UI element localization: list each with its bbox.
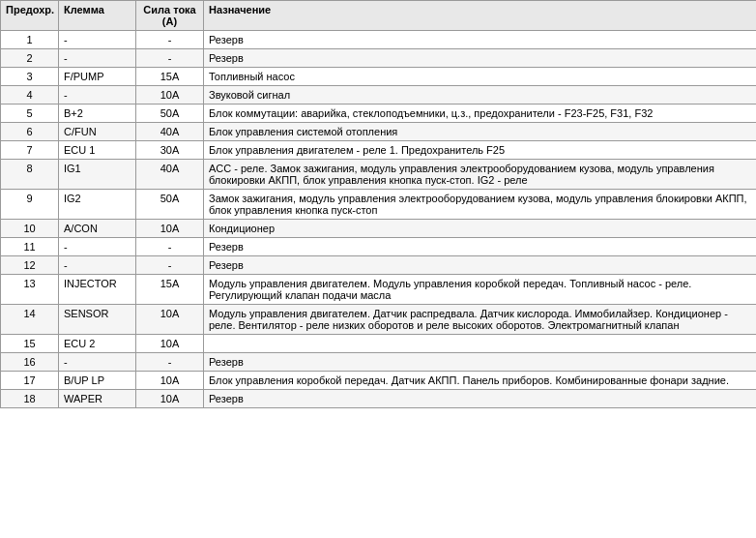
header-purpose: Назначение bbox=[204, 1, 757, 31]
cell-amp: 10A bbox=[136, 335, 204, 353]
cell-purpose: Блок управления системой отопления bbox=[204, 123, 757, 141]
cell-terminal: B/UP LP bbox=[59, 372, 136, 390]
cell-amp: 50A bbox=[136, 105, 204, 123]
cell-terminal: IG1 bbox=[59, 160, 136, 190]
cell-purpose: Звуковой сигнал bbox=[204, 86, 757, 105]
cell-purpose: Резерв bbox=[204, 353, 757, 372]
cell-purpose bbox=[204, 335, 757, 353]
cell-fuse-num: 5 bbox=[1, 105, 59, 123]
cell-terminal: IG2 bbox=[59, 190, 136, 220]
cell-fuse-num: 10 bbox=[1, 220, 59, 238]
cell-purpose: Резерв bbox=[204, 256, 757, 275]
cell-fuse-num: 3 bbox=[1, 68, 59, 86]
cell-purpose: Топливный насос bbox=[204, 68, 757, 86]
header-fuse: Предохр. bbox=[1, 1, 59, 31]
header-terminal: Клемма bbox=[59, 1, 136, 31]
table-row: 12--Резерв bbox=[1, 256, 757, 275]
cell-terminal: C/FUN bbox=[59, 123, 136, 141]
cell-amp: - bbox=[136, 49, 204, 68]
table-row: 3F/PUMP15AТопливный насос bbox=[1, 68, 757, 86]
cell-purpose: Резерв bbox=[204, 390, 757, 408]
cell-purpose: Резерв bbox=[204, 238, 757, 256]
cell-fuse-num: 13 bbox=[1, 275, 59, 305]
cell-terminal: A/CON bbox=[59, 220, 136, 238]
cell-purpose: Замок зажигания, модуль управления элект… bbox=[204, 190, 757, 220]
table-row: 14SENSOR10AМодуль управления двигателем.… bbox=[1, 305, 757, 335]
table-row: 6C/FUN40AБлок управления системой отопле… bbox=[1, 123, 757, 141]
cell-terminal: ECU 2 bbox=[59, 335, 136, 353]
cell-terminal: B+2 bbox=[59, 105, 136, 123]
cell-amp: 10A bbox=[136, 220, 204, 238]
cell-amp: 10A bbox=[136, 372, 204, 390]
cell-terminal: - bbox=[59, 49, 136, 68]
cell-amp: 30A bbox=[136, 141, 204, 160]
cell-purpose: Кондиционер bbox=[204, 220, 757, 238]
header-amp: Сила тока (А) bbox=[136, 1, 204, 31]
cell-fuse-num: 8 bbox=[1, 160, 59, 190]
cell-amp: 15A bbox=[136, 275, 204, 305]
cell-amp: 50A bbox=[136, 190, 204, 220]
cell-purpose: Модуль управления двигателем. Датчик рас… bbox=[204, 305, 757, 335]
table-row: 8IG140AACC - реле. Замок зажигания, моду… bbox=[1, 160, 757, 190]
cell-purpose: Блок коммутации: аварийка, стеклоподъемн… bbox=[204, 105, 757, 123]
cell-amp: - bbox=[136, 256, 204, 275]
cell-purpose: Резерв bbox=[204, 49, 757, 68]
cell-terminal: - bbox=[59, 238, 136, 256]
cell-fuse-num: 12 bbox=[1, 256, 59, 275]
cell-fuse-num: 14 bbox=[1, 305, 59, 335]
cell-amp: 40A bbox=[136, 123, 204, 141]
cell-fuse-num: 9 bbox=[1, 190, 59, 220]
cell-amp: 40A bbox=[136, 160, 204, 190]
cell-amp: 15A bbox=[136, 68, 204, 86]
cell-amp: 10A bbox=[136, 390, 204, 408]
cell-fuse-num: 15 bbox=[1, 335, 59, 353]
table-row: 7ECU 130AБлок управления двигателем - ре… bbox=[1, 141, 757, 160]
cell-terminal: WAPER bbox=[59, 390, 136, 408]
cell-purpose: Блок управления коробкой передач. Датчик… bbox=[204, 372, 757, 390]
cell-fuse-num: 17 bbox=[1, 372, 59, 390]
table-row: 10A/CON10AКондиционер bbox=[1, 220, 757, 238]
cell-amp: - bbox=[136, 353, 204, 372]
table-row: 1--Резерв bbox=[1, 31, 757, 49]
table-row: 9IG250AЗамок зажигания, модуль управлени… bbox=[1, 190, 757, 220]
table-row: 11--Резерв bbox=[1, 238, 757, 256]
cell-fuse-num: 18 bbox=[1, 390, 59, 408]
cell-terminal: SENSOR bbox=[59, 305, 136, 335]
table-row: 2--Резерв bbox=[1, 49, 757, 68]
fuse-table: Предохр. Клемма Сила тока (А) Назначение… bbox=[0, 0, 756, 408]
cell-fuse-num: 6 bbox=[1, 123, 59, 141]
cell-terminal: INJECTOR bbox=[59, 275, 136, 305]
cell-terminal: - bbox=[59, 256, 136, 275]
cell-purpose: Резерв bbox=[204, 31, 757, 49]
cell-fuse-num: 11 bbox=[1, 238, 59, 256]
cell-terminal: - bbox=[59, 31, 136, 49]
cell-terminal: - bbox=[59, 86, 136, 105]
cell-fuse-num: 7 bbox=[1, 141, 59, 160]
cell-fuse-num: 16 bbox=[1, 353, 59, 372]
cell-amp: - bbox=[136, 31, 204, 49]
cell-terminal: - bbox=[59, 353, 136, 372]
table-row: 17B/UP LP10AБлок управления коробкой пер… bbox=[1, 372, 757, 390]
table-row: 16--Резерв bbox=[1, 353, 757, 372]
cell-fuse-num: 4 bbox=[1, 86, 59, 105]
table-row: 15ECU 210A bbox=[1, 335, 757, 353]
cell-fuse-num: 2 bbox=[1, 49, 59, 68]
cell-amp: 10A bbox=[136, 305, 204, 335]
cell-purpose: ACC - реле. Замок зажигания, модуль упра… bbox=[204, 160, 757, 190]
cell-amp: - bbox=[136, 238, 204, 256]
table-row: 18WAPER10AРезерв bbox=[1, 390, 757, 408]
table-row: 13INJECTOR15AМодуль управления двигателе… bbox=[1, 275, 757, 305]
table-row: 4-10AЗвуковой сигнал bbox=[1, 86, 757, 105]
table-row: 5B+250AБлок коммутации: аварийка, стекло… bbox=[1, 105, 757, 123]
cell-terminal: F/PUMP bbox=[59, 68, 136, 86]
cell-purpose: Блок управления двигателем - реле 1. Пре… bbox=[204, 141, 757, 160]
cell-terminal: ECU 1 bbox=[59, 141, 136, 160]
cell-purpose: Модуль управления двигателем. Модуль упр… bbox=[204, 275, 757, 305]
cell-amp: 10A bbox=[136, 86, 204, 105]
cell-fuse-num: 1 bbox=[1, 31, 59, 49]
